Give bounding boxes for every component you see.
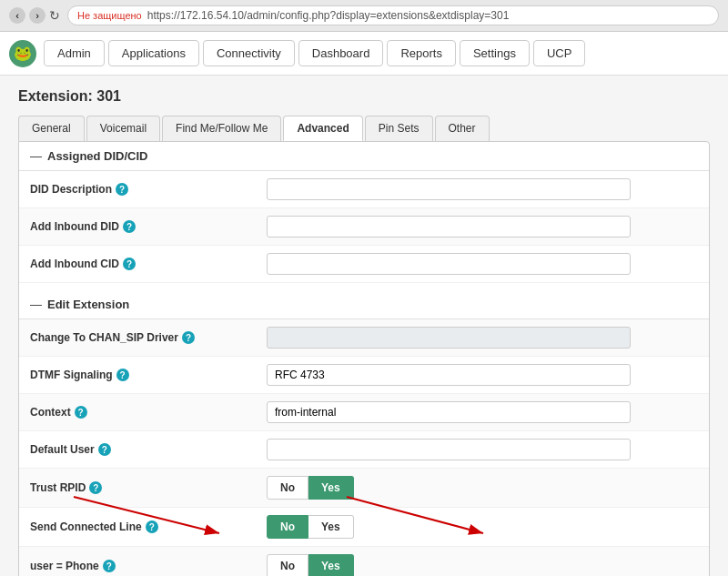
help-dtmf-signaling[interactable]: ? bbox=[116, 369, 129, 381]
tab-advanced[interactable]: Advanced bbox=[283, 116, 362, 141]
nav-logo: 🐸 bbox=[9, 40, 36, 67]
value-did-description[interactable] bbox=[267, 178, 698, 200]
label-chan-sip-driver: Change To CHAN_SIP Driver ? bbox=[30, 331, 267, 344]
help-context[interactable]: ? bbox=[75, 406, 87, 419]
value-context[interactable] bbox=[267, 401, 698, 423]
nav-ucp[interactable]: UCP bbox=[533, 40, 585, 66]
nav-dashboard[interactable]: Dashboard bbox=[298, 40, 384, 66]
help-add-inbound-did[interactable]: ? bbox=[123, 220, 136, 233]
toggle-user-phone-no[interactable]: No bbox=[267, 554, 308, 576]
tab-general[interactable]: General bbox=[18, 116, 85, 141]
row-did-description: DID Description ? bbox=[19, 171, 709, 208]
label-send-connected-line: Send Connected Line ? bbox=[30, 520, 267, 533]
row-trust-rpid: Trust RPID ? No Yes bbox=[19, 469, 709, 508]
help-user-phone[interactable]: ? bbox=[103, 560, 116, 572]
nav-settings[interactable]: Settings bbox=[460, 40, 530, 66]
tab-find-me[interactable]: Find Me/Follow Me bbox=[162, 116, 281, 141]
top-nav: 🐸 Admin Applications Connectivity Dashbo… bbox=[0, 32, 728, 76]
label-default-user: Default User ? bbox=[30, 443, 267, 456]
tab-voicemail[interactable]: Voicemail bbox=[86, 116, 160, 141]
row-add-inbound-did: Add Inbound DID ? bbox=[19, 208, 709, 246]
refresh-button[interactable]: ↻ bbox=[49, 7, 60, 24]
nav-connectivity[interactable]: Connectivity bbox=[203, 40, 295, 66]
input-add-inbound-cid[interactable] bbox=[267, 253, 631, 275]
back-button[interactable]: ‹ bbox=[9, 7, 25, 24]
label-trust-rpid: Trust RPID ? bbox=[30, 481, 267, 494]
row-dtmf-signaling: DTMF Signaling ? bbox=[19, 357, 709, 394]
label-dtmf-signaling: DTMF Signaling ? bbox=[30, 369, 267, 381]
row-chan-sip-driver: Change To CHAN_SIP Driver ? bbox=[19, 319, 709, 357]
nav-reports[interactable]: Reports bbox=[387, 40, 456, 66]
tab-pin-sets[interactable]: Pin Sets bbox=[365, 116, 433, 141]
label-user-phone: user = Phone ? bbox=[30, 560, 267, 572]
input-context[interactable] bbox=[267, 401, 631, 423]
label-context: Context ? bbox=[30, 406, 267, 419]
input-dtmf-signaling[interactable] bbox=[267, 364, 631, 386]
row-send-connected-line: Send Connected Line ? No Yes bbox=[19, 508, 709, 547]
page-title: Extension: 301 bbox=[18, 88, 710, 105]
toggle-send-connected-line: No Yes bbox=[267, 515, 698, 539]
row-add-inbound-cid: Add Inbound CID ? bbox=[19, 246, 709, 283]
toggle-trust-rpid-yes[interactable]: Yes bbox=[308, 476, 354, 500]
value-dtmf-signaling[interactable] bbox=[267, 364, 698, 386]
value-trust-rpid: No Yes bbox=[267, 476, 698, 500]
input-default-user[interactable] bbox=[267, 439, 631, 460]
input-add-inbound-did[interactable] bbox=[267, 216, 631, 237]
label-add-inbound-did: Add Inbound DID ? bbox=[30, 220, 267, 233]
help-send-connected-line[interactable]: ? bbox=[146, 520, 158, 533]
value-add-inbound-did[interactable] bbox=[267, 216, 698, 237]
value-add-inbound-cid[interactable] bbox=[267, 253, 698, 275]
browser-nav-buttons[interactable]: ‹ › ↻ bbox=[9, 7, 60, 24]
main-content: Extension: 301 General Voicemail Find Me… bbox=[0, 76, 728, 576]
form-area: — Assigned DID/CID DID Description ? Add… bbox=[18, 141, 710, 576]
row-context: Context ? bbox=[19, 394, 709, 431]
toggle-send-connected-line-yes[interactable]: Yes bbox=[308, 515, 354, 539]
label-did-description: DID Description ? bbox=[30, 183, 267, 196]
address-bar[interactable]: Не защищено https://172.16.54.10/admin/c… bbox=[67, 5, 719, 25]
help-trust-rpid[interactable]: ? bbox=[89, 481, 102, 494]
help-default-user[interactable]: ? bbox=[98, 443, 111, 456]
url-text: https://172.16.54.10/admin/config.php?di… bbox=[147, 9, 510, 22]
toggle-trust-rpid-no[interactable]: No bbox=[267, 476, 308, 500]
toggle-user-phone: No Yes bbox=[267, 554, 698, 576]
input-did-description[interactable] bbox=[267, 178, 631, 200]
section-assigned-did: — Assigned DID/CID bbox=[19, 142, 709, 171]
help-did-description[interactable]: ? bbox=[116, 183, 128, 196]
help-chan-sip-driver[interactable]: ? bbox=[182, 331, 195, 344]
label-add-inbound-cid: Add Inbound CID ? bbox=[30, 258, 267, 270]
nav-applications[interactable]: Applications bbox=[108, 40, 199, 66]
value-default-user[interactable] bbox=[267, 439, 698, 460]
not-secure-label: Не защищено bbox=[77, 10, 142, 21]
input-chan-sip-driver[interactable] bbox=[267, 327, 631, 349]
row-user-phone: user = Phone ? No Yes bbox=[19, 547, 709, 576]
help-add-inbound-cid[interactable]: ? bbox=[123, 258, 136, 270]
tab-bar: General Voicemail Find Me/Follow Me Adva… bbox=[18, 116, 710, 141]
value-user-phone: No Yes bbox=[267, 554, 698, 576]
forward-button[interactable]: › bbox=[29, 7, 46, 24]
browser-bar: ‹ › ↻ Не защищено https://172.16.54.10/a… bbox=[0, 0, 728, 32]
section-edit-extension: — Edit Extension bbox=[19, 290, 709, 319]
nav-admin[interactable]: Admin bbox=[44, 40, 105, 66]
toggle-send-connected-line-no[interactable]: No bbox=[267, 515, 308, 539]
row-default-user: Default User ? bbox=[19, 431, 709, 469]
toggle-trust-rpid: No Yes bbox=[267, 476, 698, 500]
tab-other[interactable]: Other bbox=[435, 116, 490, 141]
toggle-user-phone-yes[interactable]: Yes bbox=[308, 554, 354, 576]
value-chan-sip-driver[interactable] bbox=[267, 327, 698, 349]
value-send-connected-line: No Yes bbox=[267, 515, 698, 539]
